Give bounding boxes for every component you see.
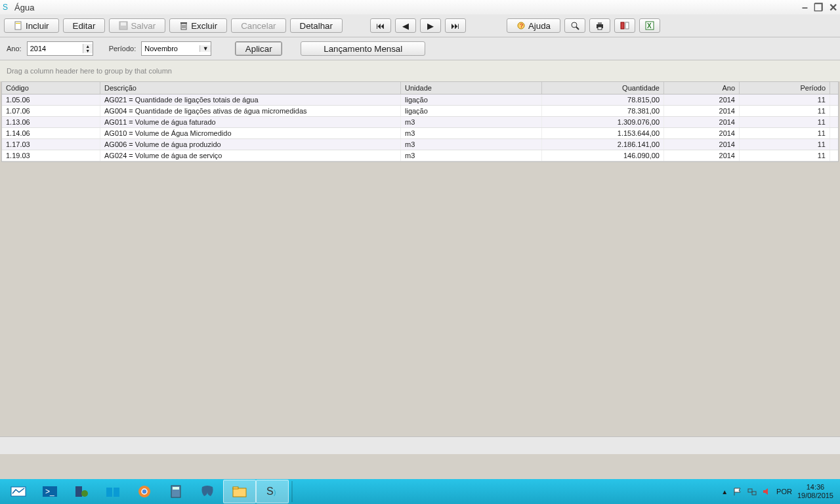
ano-spinbox[interactable]: ▲▼ — [27, 41, 93, 56]
svg-rect-26 — [106, 488, 112, 497]
col-header-descricao[interactable]: Descrição — [100, 82, 401, 94]
group-panel[interactable]: Drag a column header here to group by th… — [0, 60, 840, 81]
col-header-periodo[interactable]: Período — [740, 82, 830, 94]
minimize-icon[interactable]: – — [802, 2, 808, 13]
tray-language[interactable]: POR — [776, 488, 792, 495]
aplicar-label: Aplicar — [245, 44, 272, 54]
table-row[interactable]: 1.07.06AG004 = Quantidade de ligações at… — [2, 106, 838, 117]
cell-periodo: 11 — [740, 150, 830, 161]
tray-chevron-icon[interactable]: ▲ — [721, 488, 728, 495]
nav-next-button[interactable]: ▶ — [420, 18, 441, 33]
print-button[interactable] — [589, 18, 610, 33]
editar-button[interactable]: Editar — [63, 18, 106, 33]
taskbar-folder[interactable] — [223, 480, 256, 503]
cell-descricao: AG010 = Volume de Água Micromedido — [100, 128, 401, 138]
app-icon: S — [3, 3, 12, 12]
salvar-label: Salvar — [131, 21, 156, 31]
svg-text:): ) — [274, 489, 276, 496]
taskbar-calculator[interactable] — [160, 480, 192, 503]
excluir-button[interactable]: Excluir — [169, 18, 227, 33]
last-icon: ⏭ — [451, 21, 459, 31]
col-header-quantidade[interactable]: Quantidade — [542, 82, 664, 94]
cell-unidade: m3 — [401, 139, 542, 150]
svg-rect-37 — [752, 492, 756, 495]
taskbar-server-manager[interactable] — [66, 480, 97, 503]
table-row[interactable]: 1.17.03AG006 = Volume de água produzidom… — [2, 139, 838, 150]
taskbar-explorer[interactable] — [97, 480, 129, 503]
incluir-button[interactable]: Incluir — [4, 18, 59, 33]
dropdown-icon[interactable]: ▼ — [200, 45, 211, 52]
titlebar: S Água – ❐ ✕ — [0, 0, 840, 15]
grid-body: 1.05.06AG021 = Quantidade de ligações to… — [2, 94, 838, 161]
ajuda-button[interactable]: ? Ajuda — [507, 18, 560, 33]
svg-rect-1 — [15, 22, 21, 30]
taskbar-chrome[interactable] — [129, 480, 160, 503]
col-header-unidade[interactable]: Unidade — [401, 82, 542, 94]
printer-icon — [595, 21, 604, 30]
cell-unidade: m3 — [401, 150, 542, 161]
col-header-codigo[interactable]: Código — [2, 82, 100, 94]
svg-text:?: ? — [520, 22, 523, 29]
cell-descricao: AG004 = Quantidade de ligações ativas de… — [100, 106, 401, 116]
tray-flag-icon[interactable] — [733, 487, 742, 496]
taskbar-app-1[interactable] — [3, 480, 34, 503]
toolbar: Incluir Editar Salvar Excluir Cancelar D… — [0, 14, 840, 37]
tray-clock[interactable]: 14:36 19/08/2015 — [797, 483, 833, 500]
table-row[interactable]: 1.19.03AG024 = Volume de água de serviço… — [2, 150, 838, 161]
maximize-icon[interactable]: ❐ — [814, 2, 823, 13]
table-row[interactable]: 1.13.06AG011 = Volume de água faturadom3… — [2, 117, 838, 128]
periodo-combo[interactable]: ▼ — [141, 41, 211, 56]
cell-periodo: 11 — [740, 106, 830, 116]
svg-point-12 — [572, 22, 577, 28]
cancelar-label: Cancelar — [241, 21, 276, 31]
salvar-button[interactable]: Salvar — [109, 18, 165, 33]
tray-network-icon[interactable] — [747, 487, 757, 496]
cell-codigo: 1.07.06 — [2, 106, 100, 116]
cell-ano: 2014 — [664, 150, 740, 161]
excluir-label: Excluir — [191, 21, 217, 31]
cell-quantidade: 146.090,00 — [542, 150, 664, 161]
svg-rect-31 — [173, 487, 179, 490]
table-row[interactable]: 1.05.06AG021 = Quantidade de ligações to… — [2, 94, 838, 106]
config-button[interactable] — [614, 18, 635, 33]
detalhar-label: Detalhar — [300, 21, 333, 31]
cell-descricao: AG021 = Quantidade de ligações totais de… — [100, 94, 401, 105]
save-icon — [119, 21, 128, 30]
svg-rect-24 — [75, 486, 82, 497]
taskbar-powershell[interactable]: >_ — [34, 480, 66, 503]
cell-unidade: ligação — [401, 94, 542, 105]
cell-ano: 2014 — [664, 117, 740, 127]
cell-codigo: 1.14.06 — [2, 128, 100, 138]
svg-rect-36 — [748, 489, 752, 492]
close-icon[interactable]: ✕ — [829, 2, 837, 13]
nav-first-button[interactable]: ⏮ — [370, 18, 391, 33]
ano-input[interactable] — [28, 43, 83, 54]
cancelar-button[interactable]: Cancelar — [231, 18, 285, 33]
taskbar-current-app[interactable]: S) — [256, 480, 289, 503]
nav-last-button[interactable]: ⏭ — [445, 18, 466, 33]
tray-date: 19/08/2015 — [797, 492, 833, 500]
taskbar-postgres[interactable] — [192, 480, 223, 503]
document-new-icon — [14, 21, 23, 30]
step-up-icon[interactable]: ▲ — [83, 44, 93, 49]
aplicar-button[interactable]: Aplicar — [235, 41, 282, 56]
cell-periodo: 11 — [740, 128, 830, 138]
lancamento-button[interactable]: Lançamento Mensal — [301, 41, 425, 56]
col-header-ano[interactable]: Ano — [664, 82, 740, 94]
cell-periodo: 11 — [740, 94, 830, 105]
svg-line-13 — [576, 27, 579, 30]
export-excel-button[interactable]: X — [639, 18, 660, 33]
periodo-input[interactable] — [142, 43, 200, 54]
preview-button[interactable] — [564, 18, 585, 33]
periodo-label: Período: — [109, 45, 136, 52]
detalhar-button[interactable]: Detalhar — [290, 18, 343, 33]
nav-prev-button[interactable]: ◀ — [395, 18, 416, 33]
first-icon: ⏮ — [376, 21, 385, 31]
step-down-icon[interactable]: ▼ — [83, 49, 93, 53]
cell-unidade: ligação — [401, 106, 542, 116]
svg-text:X: X — [647, 22, 652, 30]
panel-icon — [620, 21, 629, 30]
tray-volume-icon[interactable] — [762, 487, 771, 496]
table-row[interactable]: 1.14.06AG010 = Volume de Água Micromedid… — [2, 128, 838, 139]
cell-ano: 2014 — [664, 128, 740, 138]
